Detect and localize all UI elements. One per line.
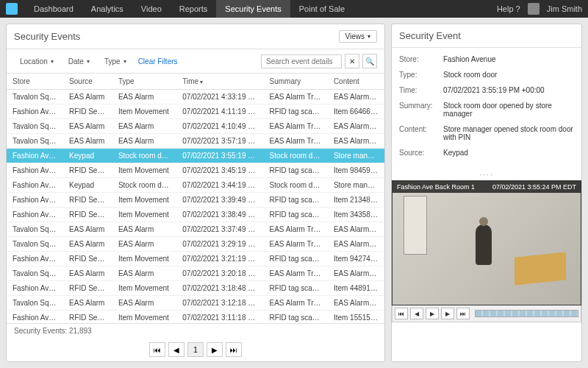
cell-store: Fashion Avenue: [7, 149, 63, 163]
cell-store: Fashion Avenue: [7, 163, 63, 178]
col-type[interactable]: Type: [112, 74, 176, 90]
video-player[interactable]: Fashion Ave Back Room 1 07/02/2021 3:55:…: [392, 180, 581, 305]
pager-current[interactable]: 1: [187, 342, 204, 357]
search-icon: 🔍: [365, 57, 374, 66]
events-table-scroll[interactable]: StoreSourceTypeTimeSummaryContent Tavalo…: [7, 74, 384, 323]
video-skip-back[interactable]: ⏮: [395, 308, 408, 319]
table-row[interactable]: Tavalon SquareEAS AlarmEAS Alarm07/02/20…: [7, 237, 384, 252]
nav-dashboard[interactable]: Dashboard: [25, 0, 82, 18]
clear-filters[interactable]: Clear Filters: [138, 57, 178, 66]
user-name[interactable]: Jim Smith: [547, 4, 582, 13]
table-row[interactable]: Fashion AvenueRFID SensorItem Movement07…: [7, 193, 384, 208]
video-scene-desk: [514, 252, 566, 285]
detail-label: Content:: [399, 125, 443, 141]
table-row[interactable]: Fashion AvenueRFID SensorItem Movement07…: [7, 163, 384, 178]
app-logo[interactable]: [6, 3, 18, 15]
cell-source: EAS Alarm: [63, 134, 112, 149]
nav-security-events[interactable]: Security Events: [216, 0, 290, 18]
cell-summary: EAS Alarm Triggered: [264, 134, 328, 149]
table-row[interactable]: Fashion AvenueKeypadStock room door07/02…: [7, 178, 384, 193]
chevron-down-icon: ▾: [87, 58, 90, 65]
cell-time: 07/02/2021 4:11:19 PM +0...: [176, 105, 263, 119]
table-row[interactable]: Fashion AvenueRFID SensorItem Movement07…: [7, 281, 384, 296]
clear-search-button[interactable]: ✕: [345, 54, 359, 68]
cell-time: 07/02/2021 3:21:19 PM +0...: [176, 252, 263, 266]
table-row[interactable]: Tavalon SquareEAS AlarmEAS Alarm07/02/20…: [7, 222, 384, 237]
cell-store: Tavalon Square: [7, 90, 63, 105]
col-time[interactable]: Time: [176, 74, 263, 90]
nav-point-of-sale[interactable]: Point of Sale: [290, 0, 354, 18]
table-row[interactable]: Fashion AvenueRFID SensorItem Movement07…: [7, 252, 384, 266]
cell-source: Keypad: [63, 178, 112, 193]
cell-store: Fashion Avenue: [7, 281, 63, 296]
cell-type: Item Movement: [112, 281, 176, 296]
cell-time: 07/02/2021 3:29:19 PM +0...: [176, 237, 263, 252]
cell-content: Item 34358237 scanned a...: [328, 208, 384, 222]
nav-reports[interactable]: Reports: [171, 0, 217, 18]
col-store[interactable]: Store: [7, 74, 63, 90]
pager-prev[interactable]: ◀: [168, 342, 184, 357]
table-row[interactable]: Tavalon SquareEAS AlarmEAS Alarm07/02/20…: [7, 134, 384, 149]
nav-video[interactable]: Video: [132, 0, 171, 18]
cell-content: EAS Alarm triggered at Fr...: [328, 119, 384, 134]
cell-store: Fashion Avenue: [7, 208, 63, 222]
cell-summary: Stock room door opened ...: [264, 178, 328, 193]
table-row[interactable]: Tavalon SquareEAS AlarmEAS Alarm07/02/20…: [7, 296, 384, 311]
nav-analytics[interactable]: Analytics: [82, 0, 132, 18]
cell-content: Item 94274798 scanned a...: [328, 252, 384, 266]
help-link[interactable]: Help ?: [497, 4, 520, 13]
pager-first[interactable]: ⏮: [149, 342, 165, 357]
user-avatar[interactable]: [528, 3, 539, 15]
detail-label: Store:: [399, 55, 443, 63]
cell-time: 07/02/2021 3:39:49 PM +0...: [176, 193, 263, 208]
cell-store: Tavalon Square: [7, 134, 63, 149]
cell-source: EAS Alarm: [63, 222, 112, 237]
search-input[interactable]: [261, 54, 342, 68]
cell-time: 07/02/2021 4:10:49 PM +0...: [176, 119, 263, 134]
cell-store: Tavalon Square: [7, 237, 63, 252]
resize-grip[interactable]: [392, 171, 581, 177]
filter-location[interactable]: Location▾: [14, 55, 60, 68]
detail-value: 07/02/2021 3:55:19 PM +00:00: [443, 86, 574, 94]
cell-store: Fashion Avenue: [7, 252, 63, 266]
video-skip-fwd[interactable]: ⏭: [456, 308, 470, 319]
video-step-back[interactable]: ◀: [410, 308, 423, 319]
views-button[interactable]: Views▾: [339, 30, 378, 43]
cell-type: EAS Alarm: [112, 90, 176, 105]
cell-source: EAS Alarm: [63, 119, 112, 134]
cell-summary: Stock room door opened ...: [264, 149, 328, 163]
pager: ⏮ ◀ 1 ▶ ⏭: [7, 338, 384, 361]
table-row[interactable]: Fashion AvenueRFID SensorItem Movement07…: [7, 208, 384, 222]
video-play[interactable]: ▶: [426, 308, 439, 319]
cell-source: RFID Sensor: [63, 252, 112, 266]
col-content[interactable]: Content: [328, 74, 384, 90]
pager-last[interactable]: ⏭: [226, 342, 242, 357]
table-row[interactable]: Tavalon SquareEAS AlarmEAS Alarm07/02/20…: [7, 266, 384, 281]
cell-time: 07/02/2021 3:45:19 PM +0...: [176, 163, 263, 178]
detail-value: Stock room door: [443, 71, 574, 79]
col-summary[interactable]: Summary: [264, 74, 328, 90]
filter-type[interactable]: Type▾: [98, 55, 132, 68]
cell-content: Item 4489166 scanned at ...: [328, 281, 384, 296]
table-row[interactable]: Fashion AvenueKeypadStock room door07/02…: [7, 149, 384, 163]
chevron-down-icon: ▾: [368, 33, 370, 40]
table-row[interactable]: Fashion AvenueRFID SensorItem Movement07…: [7, 311, 384, 324]
col-source[interactable]: Source: [63, 74, 112, 90]
table-row[interactable]: Tavalon SquareEAS AlarmEAS Alarm07/02/20…: [7, 119, 384, 134]
video-timeline[interactable]: [475, 310, 578, 317]
table-row[interactable]: Fashion AvenueRFID SensorItem Movement07…: [7, 105, 384, 119]
cell-summary: RFID tag scanned: [264, 163, 328, 178]
cell-content: EAS Alarm triggered at Fr...: [328, 134, 384, 149]
pager-next[interactable]: ▶: [207, 342, 223, 357]
video-step-fwd[interactable]: ▶: [441, 308, 454, 319]
events-panel: Security Events Views▾ Location▾ Date▾ T…: [6, 24, 385, 362]
filter-date[interactable]: Date▾: [62, 55, 96, 68]
search-button[interactable]: 🔍: [362, 54, 377, 68]
cell-type: Stock room door: [112, 149, 176, 163]
detail-value: Store manager opened stock room door wit…: [443, 125, 574, 141]
detail-label: Time:: [399, 86, 443, 94]
camera-name: Fashion Ave Back Room 1: [397, 183, 475, 191]
table-row[interactable]: Tavalon SquareEAS AlarmEAS Alarm07/02/20…: [7, 90, 384, 105]
detail-title: Security Event: [399, 30, 461, 41]
cell-content: EAS Alarm triggered at Fr...: [328, 222, 384, 237]
